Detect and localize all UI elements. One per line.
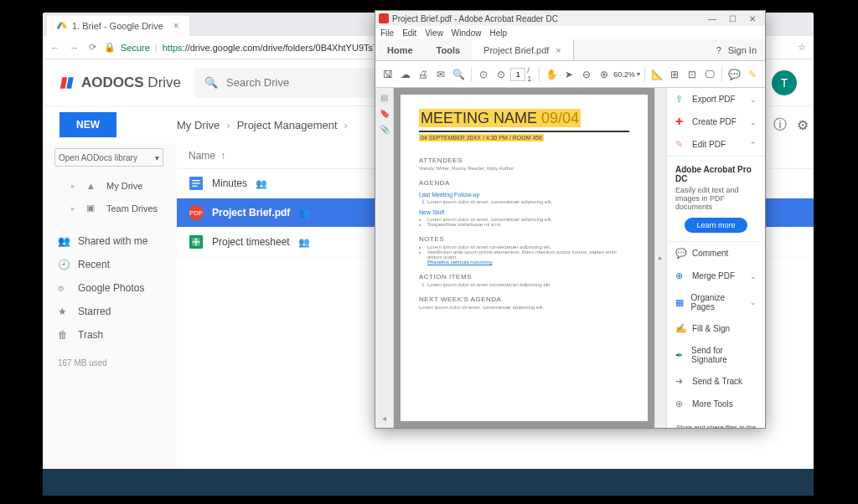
comment-icon: 💬 (675, 248, 687, 259)
search-icon: 🔍 (204, 76, 218, 89)
nav-reload-icon[interactable]: ⟳ (86, 42, 99, 53)
tool-fill-sign[interactable]: ✍Fill & Sign (667, 317, 765, 340)
info-icon[interactable]: ⓘ (768, 116, 792, 134)
menu-edit[interactable]: Edit (402, 28, 416, 38)
shared-icon: 👥 (298, 237, 310, 248)
measure-icon[interactable]: 📐 (649, 65, 665, 84)
new-button[interactable]: NEW (59, 112, 116, 137)
chevron-down-icon: ▾ (155, 153, 159, 162)
pdf-page: MEETING NAME 09/04 04 SEPTEMBER 20XX / 4… (401, 95, 648, 421)
sidebar-item-starred[interactable]: ★Starred (54, 300, 177, 323)
library-select[interactable]: Open AODocs library▾ (54, 148, 163, 167)
caret-right-icon: ▸ (71, 204, 78, 213)
read-mode-icon[interactable]: 🖵 (701, 65, 717, 84)
section-notes: NOTES (419, 235, 629, 243)
team-drives-icon: ▣ (86, 203, 98, 213)
gdrive-icon (57, 21, 67, 31)
shared-icon: 👥 (256, 178, 267, 189)
menu-help[interactable]: Help (489, 28, 507, 38)
zoom-out-icon[interactable]: ⊖ (579, 65, 595, 84)
sidebar-item-trash[interactable]: 🗑Trash (54, 323, 177, 347)
section-next-week: NEXT WEEK'S AGENDA (419, 296, 629, 303)
nav-forward-icon[interactable]: → (67, 43, 81, 53)
tool-comment[interactable]: 💬Comment (667, 242, 765, 265)
email-icon[interactable]: ✉ (433, 65, 449, 84)
doc-link[interactable]: Phasellus vehicula nonummy (427, 260, 493, 265)
print-icon[interactable]: 🖨 (416, 65, 432, 84)
send-icon: ➜ (675, 376, 687, 387)
menu-window[interactable]: Window (452, 28, 482, 38)
sidebar-item-team-drives[interactable]: ▸ ▣ Team Drives (54, 197, 177, 219)
tab-tools[interactable]: Tools (425, 39, 473, 60)
chevron-down-icon: ⌄ (750, 118, 757, 126)
menu-view[interactable]: View (425, 28, 443, 38)
pdf-icon: PDF (189, 205, 204, 220)
more-icon: ⊕ (675, 399, 687, 409)
help-icon[interactable]: ? (716, 45, 721, 55)
section-attendees: ATTENDEES (419, 157, 629, 164)
page-down-icon[interactable]: ⊙ (493, 65, 509, 84)
learn-more-button[interactable]: Learn more (685, 218, 747, 233)
tool-send-signature[interactable]: ✒Send for Signature (667, 340, 765, 370)
caret-right-icon: ▸ (71, 182, 78, 190)
close-button[interactable]: ✕ (743, 14, 762, 23)
tool-create-pdf[interactable]: ✚Create PDF⌄ (667, 111, 765, 133)
tab-close-icon[interactable]: × (173, 20, 179, 32)
tab-close-icon[interactable]: × (556, 45, 561, 55)
sidebar-item-recent[interactable]: 🕘Recent (54, 253, 177, 276)
sign-in-link[interactable]: Sign In (728, 45, 757, 55)
highlight-icon[interactable]: ✎ (744, 65, 760, 84)
zoom-value[interactable]: 60.2% (613, 70, 635, 79)
sidebar-item-my-drive[interactable]: ▸ ▲ My Drive (54, 175, 177, 197)
hand-tool-icon[interactable]: ✋ (544, 65, 560, 84)
chevron-up-icon: ⌃ (750, 141, 757, 149)
attachments-icon[interactable]: 📎 (380, 125, 390, 134)
search-icon[interactable]: 🔍 (451, 65, 467, 84)
select-tool-icon[interactable]: ➤ (561, 65, 577, 84)
zoom-in-icon[interactable]: ⊕ (596, 65, 612, 84)
tool-edit-pdf[interactable]: ✎Edit PDF⌃ (667, 133, 765, 156)
tool-organize-pages[interactable]: ▦Organize Pages⌄ (667, 287, 765, 317)
thumbnails-icon[interactable]: ▤ (380, 93, 388, 102)
export-icon: ⇪ (675, 94, 687, 105)
sidebar-item-photos[interactable]: ⌾Google Photos (54, 276, 177, 300)
merge-icon: ⊕ (675, 270, 687, 281)
create-icon: ✚ (675, 116, 687, 127)
svg-rect-1 (192, 180, 199, 181)
fit-page-icon[interactable]: ⊡ (685, 65, 700, 84)
svg-rect-7 (195, 238, 196, 245)
tab-document[interactable]: Project Brief.pdf× (472, 39, 574, 60)
cloud-icon[interactable]: ☁ (398, 65, 414, 84)
tab-home[interactable]: Home (375, 39, 425, 60)
user-avatar[interactable]: T (772, 70, 797, 95)
collapse-left-icon[interactable]: ◂ (382, 414, 386, 423)
bookmark-star-icon[interactable]: ☆ (795, 42, 809, 53)
comment-icon[interactable]: 💬 (726, 65, 742, 84)
crumb-project-management[interactable]: Project Management (237, 119, 338, 131)
page-up-icon[interactable]: ⊙ (475, 65, 491, 84)
acrobat-toolbar: 🖫 ☁ 🖨 ✉ 🔍 ⊙ ⊙ / 1 ✋ ➤ ⊖ ⊕ 60.2%▾ 📐 ⊞ ⊡ 🖵… (375, 61, 765, 88)
menu-file[interactable]: File (380, 28, 394, 38)
sidebar-item-shared[interactable]: 👥Shared with me (54, 229, 177, 253)
sort-arrow-icon: ↑ (220, 150, 225, 162)
maximize-button[interactable]: ☐ (723, 14, 742, 23)
tool-send-track[interactable]: ➜Send & Track (667, 370, 765, 393)
bookmarks-icon[interactable]: 🔖 (380, 109, 390, 118)
document-viewport[interactable]: MEETING NAME 09/04 04 SEPTEMBER 20XX / 4… (394, 88, 654, 428)
acrobat-app-icon (379, 13, 389, 23)
collapse-right-icon[interactable]: ▸ (654, 88, 666, 428)
tool-merge-pdf[interactable]: ⊕Merge PDF⌄ (667, 265, 765, 287)
chrome-tab[interactable]: 1. Brief - Google Drive × (47, 16, 189, 36)
minimize-button[interactable]: — (703, 14, 721, 23)
crumb-my-drive[interactable]: My Drive (177, 119, 220, 131)
save-icon[interactable]: 🖫 (380, 65, 396, 84)
acrobat-window-title: Project Brief.pdf - Adobe Acrobat Reader… (392, 14, 558, 23)
tool-more-tools[interactable]: ⊕More Tools (667, 393, 765, 415)
page-number-input[interactable] (510, 68, 525, 81)
tool-export-pdf[interactable]: ⇪Export PDF⌄ (667, 88, 765, 111)
chevron-right-icon: › (344, 119, 348, 131)
fit-width-icon[interactable]: ⊞ (667, 65, 683, 84)
settings-gear-icon[interactable]: ⚙ (792, 117, 814, 133)
chevron-down-icon: ⌄ (750, 95, 757, 104)
nav-back-icon[interactable]: ← (48, 43, 62, 53)
